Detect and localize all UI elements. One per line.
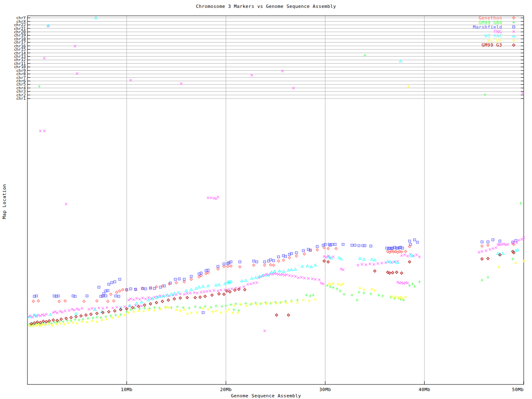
genome-plot-page: Chromosome 3 Markers vs Genome Sequence …	[0, 0, 532, 399]
y-tick-chr1: chr1	[16, 96, 26, 101]
legend: GenethonGM99 GB4MarshfieldTNGWI YACWI RH…	[473, 15, 515, 48]
x-tick-10Mb: 10Mb	[121, 387, 133, 392]
x-tick-20Mb: 20Mb	[220, 387, 232, 392]
legend-label-gm99-g3: GM99 G3	[482, 42, 502, 48]
series-points-wi-rh	[28, 85, 525, 328]
series-points-wi-yac	[28, 17, 519, 318]
series-points-genethon	[32, 243, 515, 303]
plot-border	[27, 16, 524, 384]
series-points-marshfield	[33, 239, 517, 313]
legend-symbol-wi-yac-icon	[512, 35, 515, 37]
legend-symbol-tng-icon	[512, 30, 515, 33]
chromosome-gridlines	[27, 18, 524, 99]
x-tick-30Mb: 30Mb	[319, 387, 331, 392]
x-axis-ticks: 10Mb20Mb30Mb40Mb50Mb	[121, 16, 524, 392]
chromosome-labels: chrYchrXchr22chr21chr20chr19chr18chr17ch…	[14, 15, 26, 101]
legend-symbol-wi-rh-icon	[512, 39, 515, 42]
legend-symbol-marshfield-icon	[512, 26, 515, 28]
plot-area: chrYchrXchr22chr21chr20chr19chr18chr17ch…	[0, 0, 532, 399]
x-tick-40Mb: 40Mb	[419, 387, 430, 392]
series-points-tng	[27, 25, 525, 332]
x-tick-50Mb: 50Mb	[512, 387, 524, 392]
